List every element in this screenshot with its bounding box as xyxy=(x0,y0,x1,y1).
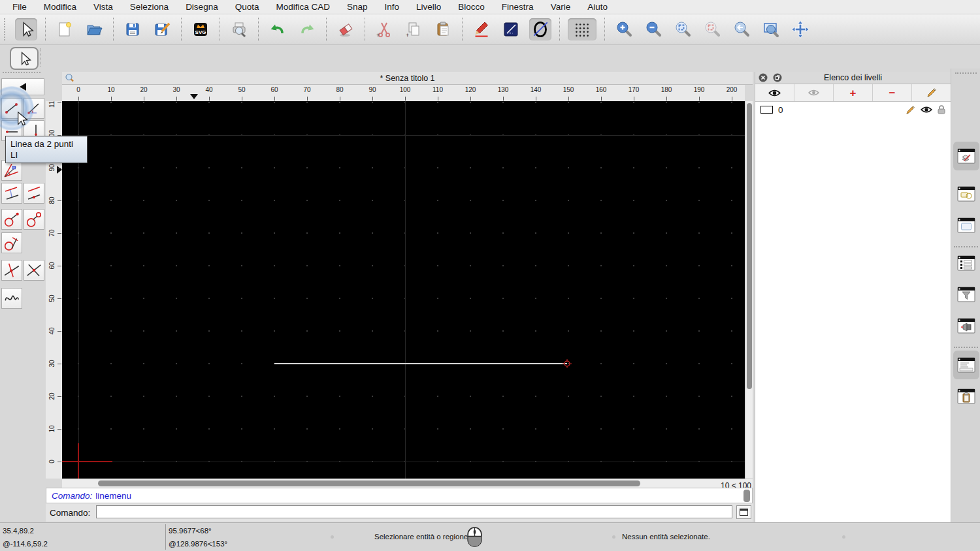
command-detach-button[interactable] xyxy=(736,505,751,519)
line-orthogonal-button[interactable] xyxy=(1,260,22,281)
dock-inspector-button[interactable] xyxy=(956,317,976,335)
undo-button[interactable] xyxy=(267,18,289,40)
float-panel-icon[interactable] xyxy=(773,73,782,82)
dock-block-list-button[interactable] xyxy=(956,185,976,203)
horizontal-scrollbar[interactable] xyxy=(62,479,709,488)
zoom-in-button[interactable] xyxy=(613,18,635,40)
clipboard-icon xyxy=(434,20,452,39)
menu-item-quota[interactable]: Quota xyxy=(227,2,268,12)
select-tool-button[interactable] xyxy=(10,47,39,70)
dock-entity-filter-button[interactable] xyxy=(956,285,976,304)
close-icon[interactable] xyxy=(759,73,768,82)
line-tangent-two-circles-button[interactable] xyxy=(24,209,44,230)
dock-handle[interactable] xyxy=(955,72,977,74)
add-layer-button[interactable]: + xyxy=(834,84,873,101)
grid-toggle-button[interactable] xyxy=(568,18,596,40)
menu-item-disegna[interactable]: Disegna xyxy=(177,2,227,12)
save-as-button[interactable] xyxy=(151,18,173,40)
zoom-pan-button[interactable] xyxy=(789,18,811,40)
menu-item-seleziona[interactable]: Seleziona xyxy=(122,2,177,12)
menu-item-finestra[interactable]: Finestra xyxy=(493,2,542,12)
delete-button[interactable] xyxy=(335,18,357,40)
drawing-canvas[interactable] xyxy=(62,101,745,479)
polar-relative: @128.9876<153° xyxy=(169,540,227,548)
edit-layer-button[interactable] xyxy=(912,84,951,101)
vertical-scrollbar-thumb[interactable] xyxy=(747,103,752,389)
line-tool-button[interactable] xyxy=(500,18,522,40)
palette-handle[interactable] xyxy=(3,72,41,73)
zoom-previous-icon xyxy=(703,20,721,39)
line-tangent-orthogonal-button[interactable] xyxy=(1,232,22,253)
menu-item-livello[interactable]: Livello xyxy=(408,2,449,12)
new-document-button[interactable] xyxy=(54,18,76,40)
line-relative-angle-button[interactable] xyxy=(24,260,44,281)
toolbar-separator xyxy=(113,18,114,41)
h-ruler-label: 60 xyxy=(265,86,284,93)
paste-button[interactable] xyxy=(432,18,454,40)
open-document-button[interactable] xyxy=(83,18,105,40)
document-titlebar[interactable]: * Senza titolo 1 xyxy=(62,72,753,85)
menu-item-vista[interactable]: Vista xyxy=(85,2,122,12)
h-ruler-label: 120 xyxy=(461,86,480,93)
line-parallel-point-button[interactable] xyxy=(24,183,44,204)
dock-library-browser-button[interactable] xyxy=(956,216,976,234)
ellipse-tool-button[interactable] xyxy=(529,18,551,40)
menu-item-blocco[interactable]: Blocco xyxy=(449,2,493,12)
line-freehand-button[interactable] xyxy=(1,288,22,309)
mouse-cursor-icon xyxy=(13,111,29,129)
cut-button[interactable]: + xyxy=(373,18,395,40)
zoom-back-button[interactable] xyxy=(730,18,753,40)
toolbar-handle[interactable] xyxy=(4,18,8,40)
zoom-auto-button[interactable] xyxy=(672,18,694,40)
menu-item-modifica-cad[interactable]: Modifica CAD xyxy=(267,2,338,12)
meta-gridline-h100 xyxy=(62,135,745,136)
command-history-scrollbar-thumb[interactable] xyxy=(743,490,750,502)
h-ruler-label: 100 xyxy=(395,86,415,93)
menu-item-file[interactable]: File xyxy=(4,2,35,12)
zoom-auto-icon xyxy=(674,20,692,39)
h-ruler-tick xyxy=(274,97,275,101)
redo-button[interactable] xyxy=(296,18,318,40)
dock-command-widget-button[interactable] xyxy=(956,356,976,374)
h-ruler-label: 30 xyxy=(167,86,186,93)
print-preview-button[interactable] xyxy=(228,18,250,40)
dock-entity-list-button[interactable] xyxy=(956,254,976,272)
zoom-previous-button[interactable] xyxy=(701,18,723,40)
command-input[interactable] xyxy=(96,505,732,518)
menu-item-snap[interactable]: Snap xyxy=(338,2,376,12)
status-bar: 35.4,89.2 @-114.6,59.2 95.9677<68° @128.… xyxy=(0,522,980,551)
zoom-window-button[interactable] xyxy=(760,18,782,40)
endpoint-snap-marker xyxy=(563,359,572,368)
dock-layer-list-button[interactable] xyxy=(956,147,976,165)
layer-lock-icon[interactable] xyxy=(938,105,945,114)
h-ruler-label: 90 xyxy=(363,86,382,93)
h-ruler-tick xyxy=(732,97,732,101)
copy-button[interactable]: + xyxy=(402,18,425,40)
layer-edit-pencil-icon[interactable] xyxy=(906,105,915,115)
horizontal-scrollbar-thumb[interactable] xyxy=(98,480,640,486)
line-entity[interactable] xyxy=(274,363,567,364)
dock-clipboard-button[interactable] xyxy=(956,387,976,405)
menu-item-modifica[interactable]: Modifica xyxy=(35,2,85,12)
show-all-layers-button[interactable] xyxy=(755,84,794,101)
layer-visible-eye-icon[interactable] xyxy=(921,106,932,114)
tooltip-title: Linea da 2 punti xyxy=(10,138,82,150)
select-button[interactable] xyxy=(15,18,37,40)
save-button[interactable] xyxy=(122,18,144,40)
vertical-scrollbar[interactable] xyxy=(745,101,753,479)
zoom-out-button[interactable] xyxy=(642,18,664,40)
line-parallel-distance-button[interactable] xyxy=(1,183,22,204)
layer-visibility-checkbox[interactable] xyxy=(760,106,773,114)
layer-row[interactable]: 0 xyxy=(755,103,951,116)
menu-item-aiuto[interactable]: Aiuto xyxy=(579,2,616,12)
svg-text:SVG: SVG xyxy=(195,29,206,35)
remove-layer-button[interactable]: − xyxy=(873,84,912,101)
menu-item-varie[interactable]: Varie xyxy=(542,2,580,12)
menu-item-info[interactable]: Info xyxy=(376,2,408,12)
selection-status: Nessun entità selezionate. xyxy=(622,533,710,541)
hide-all-layers-button[interactable] xyxy=(794,84,834,101)
pen-edit-button[interactable] xyxy=(470,18,493,40)
line-tangent-point-circle-button[interactable] xyxy=(1,209,22,230)
svg-export-button[interactable]: SVG xyxy=(189,18,212,40)
line-parallel-point-icon xyxy=(26,185,42,201)
